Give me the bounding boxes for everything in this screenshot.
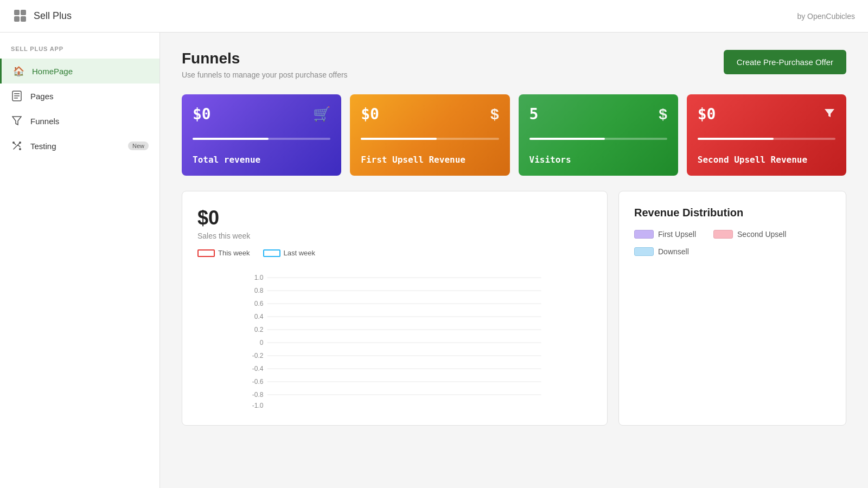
this-week-swatch <box>197 249 215 257</box>
stat-card-second-upsell: $0 Second Upsell Revenue <box>687 94 846 176</box>
revenue-legend: First Upsell Second Upsell Downsell <box>634 230 831 256</box>
svg-rect-6 <box>14 95 20 97</box>
first-upsell-fill <box>361 138 437 140</box>
dollar-icon-visitors: $ <box>659 106 667 123</box>
app-title: Sell Plus <box>34 10 72 22</box>
total-revenue-progress <box>193 138 330 140</box>
svg-point-10 <box>19 148 21 150</box>
total-revenue-fill <box>193 138 269 140</box>
sales-subtitle: Sales this week <box>197 232 592 240</box>
svg-rect-1 <box>21 10 26 15</box>
svg-text:-0.8: -0.8 <box>252 391 264 399</box>
sidebar-item-pages[interactable]: Pages <box>0 84 159 108</box>
svg-text:0.2: 0.2 <box>254 326 264 333</box>
cart-icon: 🛒 <box>313 106 330 123</box>
stats-grid: $0 🛒 Total revenue $0 $ <box>182 94 846 176</box>
svg-rect-5 <box>14 93 20 94</box>
dollar-icon-first: $ <box>490 106 499 123</box>
svg-text:-0.6: -0.6 <box>252 378 264 386</box>
downsell-legend-label: Downsell <box>658 247 689 256</box>
second-upsell-fill <box>698 138 774 140</box>
stat-card-top-visitors: 5 $ <box>529 105 667 123</box>
topbar-brand: Sell Plus <box>13 9 72 24</box>
stat-card-first-upsell: $0 $ First Upsell Revenue <box>350 94 509 176</box>
svg-text:0.8: 0.8 <box>254 287 264 294</box>
first-upsell-bar <box>361 138 499 140</box>
total-revenue-value: $0 <box>193 105 211 123</box>
svg-point-9 <box>19 142 21 144</box>
legend-this-week: This week <box>197 249 250 257</box>
svg-text:-1.0: -1.0 <box>252 402 264 408</box>
stat-card-total-revenue: $0 🛒 Total revenue <box>182 94 341 176</box>
stat-card-top-second: $0 <box>698 105 835 123</box>
total-revenue-bar <box>193 138 330 140</box>
second-upsell-label: Second Upsell Revenue <box>698 155 835 165</box>
sales-chart-svg: 1.0 0.8 0.6 0.4 0.2 0 -0.2 -0.4 -0.6 -0.… <box>197 267 592 408</box>
legend-last-week: Last week <box>263 249 316 257</box>
second-upsell-progress <box>698 138 835 140</box>
topbar: Sell Plus by OpenCubicles <box>0 0 868 33</box>
page-header-left: Funnels Use funnels to manage your post … <box>182 50 348 79</box>
attribution: by OpenCubicles <box>797 12 855 21</box>
last-week-swatch <box>263 249 280 257</box>
first-upsell-label: First Upsell Revenue <box>361 155 499 165</box>
svg-text:0: 0 <box>260 339 264 346</box>
last-week-label: Last week <box>284 249 316 257</box>
sidebar-label-funnels: Funnels <box>30 117 149 126</box>
page-subtitle: Use funnels to manage your post purchase… <box>182 70 348 79</box>
main-content: Funnels Use funnels to manage your post … <box>160 33 868 488</box>
sidebar-item-home[interactable]: 🏠 HomePage <box>0 59 159 84</box>
svg-rect-3 <box>21 16 26 22</box>
rev-legend-second-upsell: Second Upsell <box>713 230 786 239</box>
visitors-bar <box>529 138 667 140</box>
create-pre-purchase-button[interactable]: Create Pre-Purchase Offer <box>724 50 846 74</box>
first-upsell-swatch <box>634 230 654 239</box>
svg-rect-7 <box>14 98 18 99</box>
svg-rect-0 <box>14 10 20 15</box>
first-upsell-progress <box>361 138 499 140</box>
svg-point-8 <box>12 142 15 144</box>
chart-legend: This week Last week <box>197 249 592 257</box>
sidebar-label-pages: Pages <box>30 92 149 101</box>
testing-icon <box>11 140 23 152</box>
visitors-fill <box>529 138 605 140</box>
funnels-icon <box>11 115 23 127</box>
filter-icon <box>824 106 835 123</box>
revenue-distribution-title: Revenue Distribution <box>634 207 831 219</box>
first-upsell-value: $0 <box>361 105 379 123</box>
visitors-value: 5 <box>529 105 539 123</box>
logo-icon <box>13 9 28 24</box>
stat-card-visitors: 5 $ Visitors <box>519 94 678 176</box>
visitors-progress <box>529 138 667 140</box>
rev-legend-downsell: Downsell <box>634 247 689 256</box>
second-upsell-legend-label: Second Upsell <box>737 230 786 239</box>
sales-chart-card: $0 Sales this week This week Last week <box>182 191 608 426</box>
sales-big-value: $0 <box>197 207 592 229</box>
sidebar-item-testing[interactable]: Testing New <box>0 133 159 158</box>
page-title: Funnels <box>182 50 348 67</box>
testing-badge: New <box>128 142 149 150</box>
stat-card-top-total: $0 🛒 <box>193 105 330 123</box>
svg-text:0.4: 0.4 <box>254 313 264 320</box>
first-upsell-legend-label: First Upsell <box>658 230 696 239</box>
sidebar-label-home: HomePage <box>32 67 149 76</box>
second-upsell-swatch <box>713 230 733 239</box>
svg-rect-2 <box>14 16 20 22</box>
svg-text:1.0: 1.0 <box>254 274 264 281</box>
visitors-label: Visitors <box>529 155 667 165</box>
sidebar-label-testing: Testing <box>30 142 120 151</box>
charts-grid: $0 Sales this week This week Last week <box>182 191 846 426</box>
svg-text:-0.2: -0.2 <box>252 352 264 359</box>
page-header: Funnels Use funnels to manage your post … <box>182 50 846 79</box>
sidebar: SELL PLUS APP 🏠 HomePage Pages <box>0 33 160 488</box>
main-layout: SELL PLUS APP 🏠 HomePage Pages <box>0 33 868 488</box>
svg-text:0.6: 0.6 <box>254 300 264 307</box>
home-icon: 🏠 <box>12 65 24 77</box>
stat-card-top-first: $0 $ <box>361 105 499 123</box>
svg-text:-0.4: -0.4 <box>252 365 264 373</box>
second-upsell-bar <box>698 138 835 140</box>
this-week-label: This week <box>218 249 250 257</box>
rev-legend-first-upsell: First Upsell <box>634 230 696 239</box>
sidebar-item-funnels[interactable]: Funnels <box>0 108 159 133</box>
total-revenue-label: Total revenue <box>193 155 330 165</box>
